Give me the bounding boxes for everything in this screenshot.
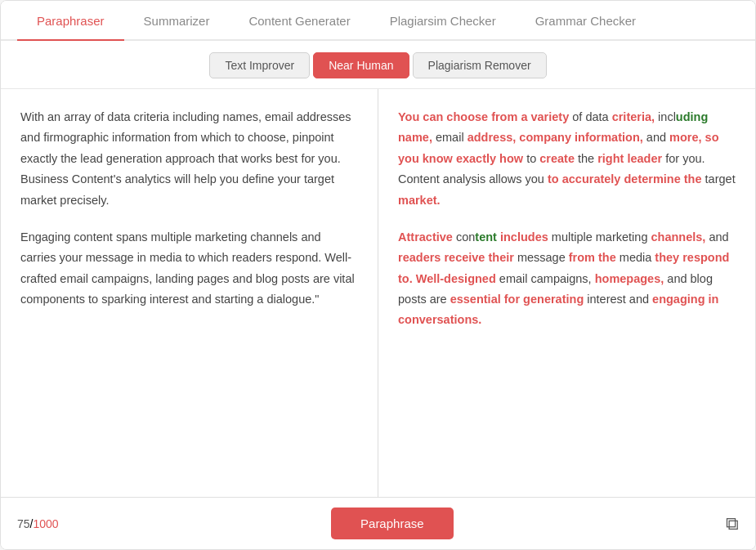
content-area: With an array of data criteria including…	[1, 89, 755, 497]
nav-tabs: Paraphraser Summarizer Content Generater…	[1, 1, 755, 41]
highlight-to-accurately: to accurately determine the	[548, 172, 702, 186]
mode-bar: Text Improver Near Human Plagiarism Remo…	[1, 41, 755, 89]
right-pane: You can choose from a variety of data cr…	[378, 89, 755, 497]
tab-summarizer[interactable]: Summarizer	[124, 1, 230, 41]
right-paragraph-1: You can choose from a variety of data cr…	[398, 107, 736, 211]
highlight-tent: tent	[475, 230, 497, 244]
highlight-create: create	[539, 152, 575, 165]
highlight-attractive: Attractive	[398, 230, 453, 244]
highlight-homepages: homepages,	[595, 272, 664, 285]
mode-btn-plagiarism-remover[interactable]: Plagiarism Remover	[413, 52, 547, 78]
word-count-current: 75	[17, 517, 30, 530]
highlight-readers: readers receive their	[398, 251, 514, 264]
highlight-from-the: from the	[569, 251, 616, 264]
mode-btn-near-human[interactable]: Near Human	[313, 52, 409, 78]
tab-content-generater[interactable]: Content Generater	[229, 1, 369, 41]
tab-grammar-checker[interactable]: Grammar Checker	[516, 1, 655, 41]
left-paragraph-1: With an array of data criteria including…	[20, 107, 358, 211]
highlight-right-leader: right leader	[597, 152, 662, 165]
mode-btn-text-improver[interactable]: Text Improver	[209, 52, 310, 78]
paraphrase-button[interactable]: Paraphrase	[331, 508, 454, 539]
word-count-max: 1000	[33, 517, 58, 530]
footer: 75/1000 Paraphrase ⧉	[1, 497, 755, 549]
tab-plagiarism-checker[interactable]: Plagiarsim Checker	[370, 1, 516, 41]
tab-paraphraser[interactable]: Paraphraser	[17, 1, 124, 41]
highlight-address: address, company information,	[467, 131, 643, 144]
highlight-channels: channels,	[651, 230, 705, 244]
highlight-you-can: You can choose from a variety	[398, 110, 569, 123]
highlight-name: name,	[398, 131, 432, 144]
right-paragraph-2: Attractive content includes multiple mar…	[398, 227, 736, 331]
copy-icon[interactable]: ⧉	[726, 513, 739, 534]
highlight-criteria: criteria,	[612, 110, 655, 123]
left-pane[interactable]: With an array of data criteria including…	[1, 89, 378, 497]
left-paragraph-2: Engaging content spans multiple marketin…	[20, 227, 358, 311]
highlight-market: market.	[398, 194, 441, 207]
highlight-uding: uding	[676, 110, 708, 123]
word-count: 75/1000	[17, 517, 59, 530]
highlight-includes: includes	[500, 230, 548, 244]
highlight-essential: essential for generating	[450, 293, 584, 306]
